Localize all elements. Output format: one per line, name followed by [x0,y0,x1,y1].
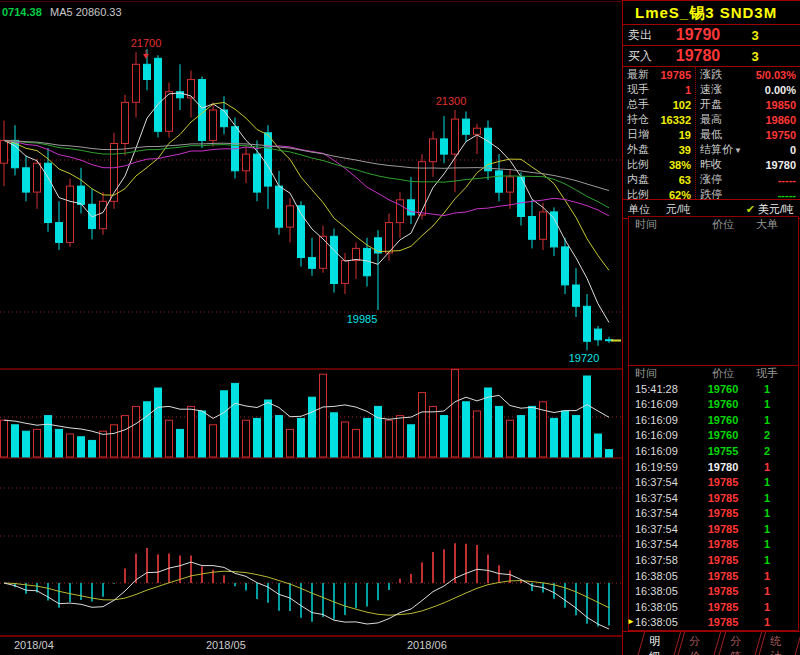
tick-row: 16:37:58197851 [629,552,798,568]
tab-by-price[interactable]: 分价 [674,632,722,655]
stat-row: 涨停----- [696,172,800,187]
tick-price: 19785 [699,507,747,519]
stat-value: 0.00% [765,84,796,96]
stat-value: 1 [685,84,691,96]
tab-label: 统计 [770,634,787,655]
tick-time: 16:16:09 [629,429,699,441]
tick-time: 16:19:59 [629,461,699,473]
stat-label: 比例 [627,157,669,172]
price-annotation: 21700 [131,37,162,49]
tick-qty: 1 [747,398,787,410]
stat-label: 比例 [627,187,669,202]
tick-time: 16:16:09 [629,445,699,457]
time-axis: 2018/042018/052018/06 [0,638,622,655]
tick-qty: 1 [747,616,787,628]
tick-time: 15:41:28 [629,383,699,395]
stat-label: 涨停 [700,172,778,187]
ask-label: 卖出 [623,27,666,44]
tick-price: 19785 [699,601,747,613]
column-header: 大单 [747,217,787,232]
column-header: 现手 [747,366,787,381]
ma-value-left: 0714.38 [2,6,42,18]
tick-time: 16:38:05 [629,601,699,613]
tick-time: 16:16:09 [629,398,699,410]
stat-row: 日增19 [623,127,695,142]
stat-value: ----- [778,174,796,186]
contract-title[interactable]: LmeS_锡3 SND3M [623,1,800,25]
main-chart-panel[interactable]: 21700213001998519720 [0,2,622,370]
stat-row: 速涨0.00% [696,82,800,97]
tick-time: 16:37:58 [629,554,699,566]
quote-panel: LmeS_锡3 SND3M 卖出 19790 3 买入 19780 3 最新19… [622,0,800,655]
tick-row: 16:37:54197851 [629,490,798,506]
tab-label: 明细 [649,634,666,655]
stat-row: 昨收19780 [696,157,800,172]
unit-usd-label: 美元/吨 [758,203,794,215]
volume-panel[interactable] [0,370,622,458]
tick-time: 16:37:54 [629,538,699,550]
tick-price: 19785 [699,616,747,628]
unit-cny-option[interactable]: 元/吨 [666,202,691,217]
tick-list[interactable]: 15:41:2819760116:16:0919760116:16:091976… [629,381,798,630]
macd-panel[interactable] [0,488,622,636]
current-row-marker-icon: ► [627,617,635,626]
stat-row: 比例62% [623,187,695,202]
stat-label: 日增 [627,127,679,142]
tick-row: 16:38:05197851 [629,568,798,584]
stat-row: 总手102 [623,97,695,112]
tick-qty: 2 [747,445,787,457]
unit-usd-option[interactable]: ✔美元/吨 [746,202,794,217]
tick-row: 16:38:05197851 [629,583,798,599]
stat-row: 涨跌5/0.03% [696,67,800,82]
big-order-header: 时间价位大单 [629,217,798,232]
check-icon: ✔ [746,203,755,215]
stat-label: 最高 [700,112,765,127]
dropdown-caret-icon[interactable]: ▼ [734,146,742,155]
stat-value: 19785 [660,69,691,81]
tick-price: 19785 [699,476,747,488]
big-order-list [629,232,798,366]
tick-price: 19760 [699,414,747,426]
kline-chart[interactable]: 21700213001998519720 [0,0,622,638]
stat-value: 19860 [765,114,796,126]
stat-label: 速涨 [700,82,765,97]
bid-price: 19780 [666,47,730,65]
tick-price: 19755 [699,445,747,457]
stat-row: 内盘63 [623,172,695,187]
stats-grid: 最新19785现手1总手102持仓16332日增19外盘39比例38%内盘63比… [623,67,800,200]
tick-row: 16:37:54197851 [629,506,798,522]
stat-value: 0 [790,144,796,156]
stat-row: 外盘39 [623,142,695,157]
ask-row[interactable]: 卖出 19790 3 [623,25,800,46]
stat-row: 现手1 [623,82,695,97]
stat-row: 持仓16332 [623,112,695,127]
tab-label: 分价 [690,634,707,655]
tick-time: 16:38:05 [629,585,699,597]
tick-price: 19780 [699,461,747,473]
tick-row: 16:37:54197851 [629,537,798,553]
stat-label: 最低 [700,127,765,142]
tick-price: 19760 [699,383,747,395]
tick-price: 19785 [699,538,747,550]
tick-price: 19785 [699,492,747,504]
trading-app-window: 21700213001998519720 0714.38 MA5 20860.3… [0,0,800,655]
bid-row[interactable]: 买入 19780 3 [623,46,800,67]
tick-price: 19760 [699,429,747,441]
stat-label: 最新 [627,67,660,82]
stat-value: 38% [669,159,691,171]
stat-value: 62% [669,189,691,201]
tick-time: 16:38:05 [629,570,699,582]
tick-qty: 1 [747,492,787,504]
tab-detail[interactable]: 明细 [634,632,682,655]
tick-price: 19785 [699,554,747,566]
tab-bar: 明细分价分笔统计 [623,631,800,655]
tick-qty: 1 [747,538,787,550]
tick-qty: 2 [747,429,787,441]
tick-price: 19785 [699,585,747,597]
stat-label: 内盘 [627,172,679,187]
tick-qty: 1 [747,461,787,473]
tick-row: 16:16:09197602 [629,428,798,444]
tab-label: 分笔 [730,634,747,655]
tab-by-trade[interactable]: 分笔 [714,632,762,655]
stat-value: 5/0.03% [756,69,796,81]
